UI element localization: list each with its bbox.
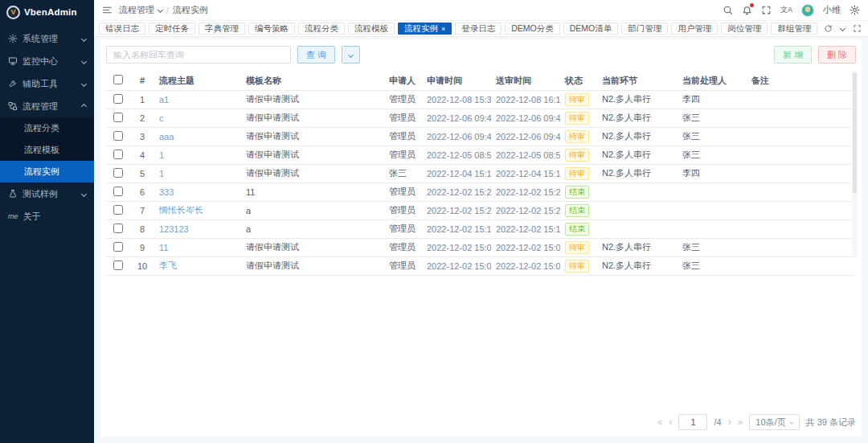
tab-部门管理[interactable]: 部门管理	[621, 23, 668, 35]
tab-label: 字典管理	[205, 23, 239, 35]
tab-用户管理[interactable]: 用户管理	[671, 23, 718, 35]
prev-page-button[interactable]: ‹	[669, 416, 672, 428]
search-input[interactable]	[106, 46, 291, 64]
tab-bar: 错误日志定时任务字典管理编号策略流程分类流程模板流程实例×登录日志DEMO分类D…	[94, 21, 868, 37]
last-page-button[interactable]: »	[738, 416, 743, 428]
template-name: 请假申请测试	[241, 256, 384, 275]
menu-fold-icon[interactable]	[102, 5, 113, 15]
sidebar-subitem-流程模板[interactable]: 流程模板	[0, 139, 94, 161]
maximize-icon[interactable]	[853, 24, 862, 33]
chevron-up-icon	[81, 103, 87, 109]
username[interactable]: 小维	[823, 4, 841, 16]
row-checkbox[interactable]	[113, 187, 123, 196]
first-page-button[interactable]: «	[657, 416, 663, 428]
tab-label: 流程分类	[305, 23, 338, 35]
brand[interactable]: V VbenAdmin	[0, 0, 94, 24]
search-icon[interactable]	[723, 5, 733, 15]
tab-label: 用户管理	[678, 23, 711, 35]
row-index: 10	[130, 256, 154, 275]
status-badge: 结束	[565, 204, 589, 217]
select-all-checkbox[interactable]	[113, 75, 123, 84]
row-checkbox[interactable]	[113, 260, 123, 270]
row-index: 2	[130, 109, 154, 127]
total-records-label: 共 39 条记录	[806, 416, 856, 429]
sidebar-subitem-流程分类[interactable]: 流程分类	[0, 117, 94, 139]
sidebar-item-6[interactable]: me关于	[0, 205, 94, 228]
tab-DEMO清单[interactable]: DEMO清单	[563, 23, 619, 35]
chevron-down-icon[interactable]	[840, 26, 845, 31]
page-size-value: 10条/页	[755, 416, 785, 429]
topic-link[interactable]: 11	[159, 243, 168, 252]
row-checkbox[interactable]	[113, 168, 123, 178]
avatar[interactable]	[801, 4, 814, 17]
breadcrumb-parent[interactable]: 流程管理	[119, 4, 154, 16]
query-button[interactable]: 查 询	[297, 46, 335, 64]
topic-link[interactable]: 李飞	[159, 260, 177, 270]
scrollbar[interactable]	[852, 72, 858, 256]
row-checkbox[interactable]	[113, 205, 123, 215]
topic-link[interactable]: c	[159, 113, 164, 123]
translate-icon[interactable]: 文A	[780, 5, 792, 15]
gear-icon	[8, 34, 18, 43]
close-icon[interactable]: ×	[441, 25, 445, 33]
sidebar-item-label: 关于	[23, 211, 86, 223]
submit-time: 2022-12-02 15:20:18	[491, 201, 560, 219]
fullscreen-icon[interactable]	[761, 5, 772, 15]
topic-link[interactable]: a1	[159, 95, 169, 105]
apply-time: 2022-12-02 15:03:52	[422, 256, 491, 275]
row-index: 4	[130, 146, 154, 164]
scrollbar-thumb[interactable]	[853, 72, 857, 193]
tab-登录日志[interactable]: 登录日志	[455, 23, 502, 35]
gear-icon[interactable]	[850, 5, 860, 15]
tab-错误日志[interactable]: 错误日志	[99, 23, 145, 35]
topic-link[interactable]: 333	[159, 187, 174, 197]
tab-字典管理[interactable]: 字典管理	[199, 23, 245, 35]
tab-群组管理[interactable]: 群组管理	[771, 23, 817, 35]
status-badge: 待审	[565, 167, 589, 180]
sidebar-item-3[interactable]: 辅助工具	[0, 72, 94, 95]
applicant: 张三	[384, 164, 422, 183]
sidebar-item-5[interactable]: 测试样例	[0, 183, 94, 205]
topic-link[interactable]: aaa	[159, 132, 174, 142]
row-checkbox[interactable]	[113, 94, 123, 104]
row-checkbox[interactable]	[113, 113, 123, 122]
page-size-select[interactable]: 10条/页	[749, 414, 799, 430]
remark	[747, 238, 856, 256]
apply-time: 2022-12-04 15:16:05	[422, 164, 491, 183]
tab-DEMO分类[interactable]: DEMO分类	[505, 23, 560, 35]
topic-link[interactable]: 1	[159, 169, 164, 178]
topic-link[interactable]: 123123	[159, 224, 189, 234]
topic-link[interactable]: 1	[159, 150, 164, 160]
delete-button[interactable]: 删 除	[818, 46, 856, 64]
remark	[747, 219, 856, 238]
status-badge: 待审	[565, 260, 589, 273]
tab-岗位管理[interactable]: 岗位管理	[721, 23, 768, 35]
current-handler: 张三	[678, 256, 747, 275]
row-checkbox[interactable]	[113, 242, 123, 252]
row-checkbox[interactable]	[113, 224, 123, 233]
table-row: 8123123a管理员2022-12-02 15:18:542022-12-02…	[106, 219, 856, 238]
next-page-button[interactable]: ›	[728, 416, 731, 428]
current-page-input[interactable]: 1	[678, 414, 707, 430]
tab-编号策略[interactable]: 编号策略	[248, 23, 295, 35]
col-remark: 备注	[747, 72, 856, 90]
row-checkbox[interactable]	[113, 131, 123, 141]
current-step: N2.多人串行	[597, 146, 678, 164]
expand-search-button[interactable]	[342, 46, 360, 64]
bell-icon[interactable]	[742, 5, 752, 15]
tab-定时任务[interactable]: 定时任务	[149, 23, 195, 35]
sidebar-subitem-流程实例[interactable]: 流程实例	[0, 161, 94, 183]
apply-time: 2022-12-05 08:52:04	[422, 146, 491, 164]
row-checkbox[interactable]	[113, 150, 123, 159]
tab-流程分类[interactable]: 流程分类	[298, 23, 345, 35]
add-button[interactable]: 新 增	[774, 46, 812, 64]
sidebar-item-2[interactable]: 监控中心	[0, 50, 94, 72]
chevron-down-icon	[789, 420, 794, 425]
refresh-icon[interactable]	[824, 24, 833, 33]
tab-流程模板[interactable]: 流程模板	[348, 23, 395, 35]
topic-link[interactable]: 惆怅长岑长	[159, 205, 203, 215]
sidebar-item-1[interactable]: 系统管理	[0, 27, 94, 50]
monitor-icon	[8, 56, 18, 66]
sidebar-item-4[interactable]: 流程管理	[0, 95, 94, 117]
tab-流程实例[interactable]: 流程实例×	[398, 23, 452, 35]
